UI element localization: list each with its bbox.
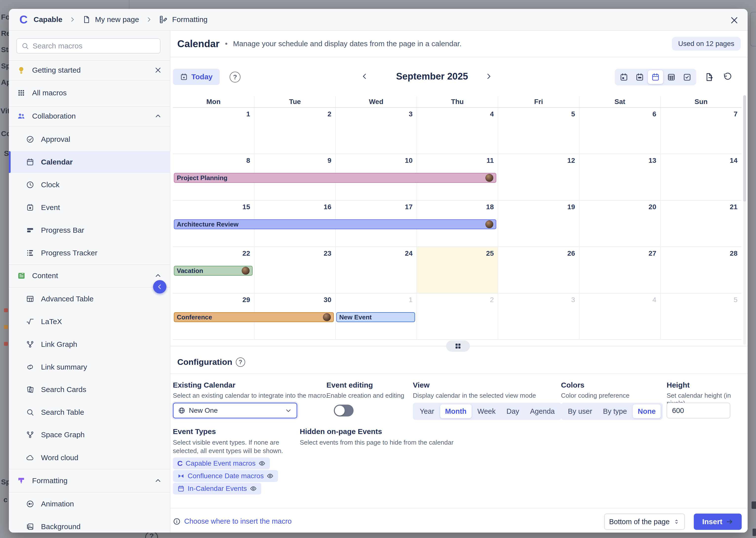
calendar-day-cell[interactable]: 5 xyxy=(498,108,579,154)
insert-location-link[interactable]: Choose where to insert the macro xyxy=(173,517,292,525)
calendar-day-cell[interactable]: 23 xyxy=(254,247,335,293)
calendar-day-cell[interactable]: 27 xyxy=(579,247,660,293)
calendar-day-cell[interactable]: 24 xyxy=(335,247,417,293)
sidebar-item-progress-tracker[interactable]: Progress Tracker xyxy=(9,243,170,263)
reset-icon[interactable] xyxy=(720,69,735,85)
view-day-icon[interactable] xyxy=(616,70,631,84)
event-bar[interactable]: Architecture Review xyxy=(174,219,496,229)
calendar-day-cell[interactable]: 1 xyxy=(173,108,254,154)
sidebar-item-link-summary[interactable]: Link summary xyxy=(9,357,170,377)
sidebar-item-calendar[interactable]: Calendar xyxy=(9,151,170,173)
sidebar-item-background[interactable]: Background xyxy=(9,517,170,533)
calendar-day-cell[interactable]: 25 xyxy=(417,247,498,293)
prev-month-button[interactable] xyxy=(361,72,369,81)
backdrop-top-divider xyxy=(129,0,129,9)
export-icon[interactable] xyxy=(701,69,717,85)
sidebar-item-collaboration[interactable]: Collaboration xyxy=(9,106,170,126)
chevron-up-icon[interactable] xyxy=(154,272,162,280)
calendar-day-cell[interactable]: 21 xyxy=(660,200,741,246)
view-tasks-icon[interactable] xyxy=(680,70,695,84)
chevron-up-icon[interactable] xyxy=(154,112,162,120)
sidebar-item-latex[interactable]: LaTeX xyxy=(9,312,170,332)
calendar-day-cell[interactable]: 19 xyxy=(498,200,579,246)
view-month-icon[interactable] xyxy=(648,70,663,84)
calendar-day-cell[interactable]: 3 xyxy=(498,294,579,340)
calendar-day-cell[interactable]: 3 xyxy=(335,108,417,154)
sidebar-item-event[interactable]: Event xyxy=(9,198,170,217)
dialog-topbar: C Capable My new page Formatting xyxy=(9,9,748,30)
calendar-scrollbar[interactable] xyxy=(743,95,746,345)
close-icon[interactable] xyxy=(729,15,739,25)
view-option-agenda[interactable]: Agenda xyxy=(525,404,560,418)
sidebar-item-space-graph[interactable]: Space Graph xyxy=(9,425,170,445)
event-bar[interactable]: Project Planning xyxy=(174,173,496,183)
sidebar-item-search-table[interactable]: Search Table xyxy=(9,403,170,422)
sidebar-item-word-cloud[interactable]: Word cloud xyxy=(9,448,170,467)
view-option-week[interactable]: Week xyxy=(473,404,501,418)
view-option-month[interactable]: Month xyxy=(440,404,472,418)
search-input[interactable]: Search macros xyxy=(16,38,161,54)
resize-grip-icon[interactable] xyxy=(446,340,470,352)
calendar-day-cell[interactable]: 7 xyxy=(660,108,741,154)
sidebar-item-formatting[interactable]: Formatting xyxy=(9,471,170,491)
sidebar-item-approval[interactable]: Approval xyxy=(9,130,170,149)
configuration-help-icon[interactable]: ? xyxy=(236,357,245,367)
dismiss-icon[interactable] xyxy=(154,66,162,74)
cloud-icon xyxy=(25,454,35,462)
view-option-day[interactable]: Day xyxy=(501,404,524,418)
view-option-year[interactable]: Year xyxy=(415,404,439,418)
calendar-day-cell[interactable]: 4 xyxy=(579,294,660,340)
calendar-day-cell[interactable]: 2 xyxy=(417,294,498,340)
eye-icon[interactable] xyxy=(259,460,266,467)
breadcrumb-macro[interactable]: Formatting xyxy=(172,15,207,24)
calendar-day-cell[interactable]: 13 xyxy=(579,154,660,200)
eye-icon[interactable] xyxy=(250,485,257,492)
colors-option-by-user[interactable]: By user xyxy=(563,404,597,418)
eye-icon[interactable] xyxy=(267,472,274,479)
calendar-day-cell[interactable]: 5 xyxy=(660,294,741,340)
calendar-day-cell[interactable]: 2 xyxy=(254,108,335,154)
colors-option-by-type[interactable]: By type xyxy=(598,404,632,418)
progressbar-icon xyxy=(25,226,35,235)
existing-calendar-select[interactable]: New One xyxy=(173,403,297,418)
calendar-day-cell[interactable]: 28 xyxy=(660,247,741,293)
calendar-day-cell[interactable]: 14 xyxy=(660,154,741,200)
sidebar-item-clock[interactable]: Clock xyxy=(9,175,170,195)
height-input[interactable]: 600 xyxy=(667,403,730,418)
calendar-day-cell[interactable]: 20 xyxy=(579,200,660,246)
hidden-events-description: Select events from this page to hide fro… xyxy=(300,439,454,446)
sidebar-item-link-graph[interactable]: Link Graph xyxy=(9,335,170,354)
calendar-help-icon[interactable]: ? xyxy=(227,69,243,85)
sidebar-item-label: Formatting xyxy=(32,476,154,485)
chevron-up-icon[interactable] xyxy=(154,477,162,485)
view-week-icon[interactable] xyxy=(632,70,647,84)
event-type-chip[interactable]: In-Calendar Events xyxy=(173,483,261,495)
view-grid-icon[interactable] xyxy=(664,70,679,84)
next-month-button[interactable] xyxy=(484,72,493,81)
event-type-chip[interactable]: Confluence Date macros xyxy=(173,470,278,482)
event-bar[interactable]: Conference xyxy=(174,312,334,322)
sidebar-item-getting-started[interactable]: Getting started xyxy=(9,60,170,80)
calendar-day-cell[interactable]: 12 xyxy=(498,154,579,200)
colors-option-none[interactable]: None xyxy=(633,404,661,418)
today-button[interactable]: Today xyxy=(173,69,220,85)
breadcrumb-page[interactable]: My new page xyxy=(95,15,139,24)
event-editing-toggle[interactable] xyxy=(334,404,354,416)
sidebar-item-advanced-table[interactable]: Advanced Table xyxy=(9,289,170,309)
calendar-day-cell[interactable]: 6 xyxy=(579,108,660,154)
sidebar-item-search-cards[interactable]: Search Cards xyxy=(9,380,170,400)
event-bar[interactable]: Vacation xyxy=(174,266,253,276)
date-number: 26 xyxy=(567,249,575,257)
event-bar[interactable]: New Event xyxy=(336,312,415,322)
event-type-chip[interactable]: CCapable Event macros xyxy=(173,457,270,469)
insert-position-select[interactable]: Bottom of the page xyxy=(604,513,685,530)
sidebar-item-progress-bar[interactable]: Progress Bar xyxy=(9,220,170,240)
sidebar-item-all-macros[interactable]: All macros xyxy=(9,83,170,103)
breadcrumb-app[interactable]: Capable xyxy=(33,15,63,24)
insert-button[interactable]: Insert xyxy=(694,513,742,530)
sidebar-item-animation[interactable]: Animation xyxy=(9,494,170,514)
calendar-day-cell[interactable]: 4 xyxy=(417,108,498,154)
sidebar-collapse-button[interactable] xyxy=(153,280,167,294)
calendar-day-cell[interactable]: 26 xyxy=(498,247,579,293)
sidebar-item-content[interactable]: Content xyxy=(9,266,170,286)
